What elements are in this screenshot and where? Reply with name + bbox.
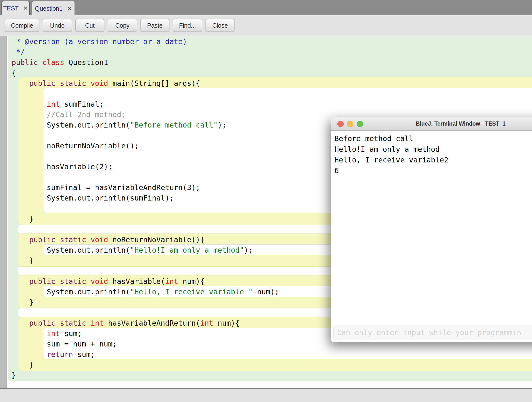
code-line (12, 130, 279, 141)
editor-toolbar: CompileUndoCutCopyPasteFind...Close (0, 15, 532, 36)
code-line: noReturnNoVariable(); (12, 141, 279, 151)
code-line: //Call 2nd method; (12, 109, 279, 120)
code-line: public static void hasVariable(int num){ (12, 276, 279, 287)
cut-button[interactable]: Cut (75, 19, 104, 32)
code-line (12, 307, 279, 318)
copy-button[interactable]: Copy (108, 19, 137, 32)
code-line (12, 151, 279, 161)
code-line: { (12, 68, 279, 78)
code-line: hasVariable(2); (12, 161, 279, 172)
code-line: public static void main(String[] args){ (12, 78, 279, 88)
code-line: * @version (a version number or a date) (12, 36, 279, 47)
code-line: System.out.println("Hello!I am only a me… (12, 245, 279, 255)
close-button[interactable]: Close (206, 19, 234, 32)
terminal-titlebar[interactable]: BlueJ: Terminal Window - TEST_1 (331, 117, 532, 131)
code-line: System.out.println(sumFinal); (12, 193, 279, 203)
tab-close-icon[interactable]: ✕ (67, 6, 72, 11)
code-line: int sumFinal; (12, 99, 279, 109)
code-line: } (12, 360, 279, 370)
code-line: int sum; (12, 328, 279, 339)
tab-close-icon[interactable]: ✕ (23, 5, 28, 11)
terminal-output-line: Hello, I receive variable2 (334, 155, 532, 165)
breakpoint-gutter (0, 36, 7, 388)
status-bar (0, 388, 532, 402)
code-line: } (12, 370, 279, 380)
terminal-output-line: Before method call (334, 133, 532, 144)
terminal-input[interactable]: Can only enter input while your programm… (333, 325, 532, 340)
minimize-light-icon[interactable] (347, 121, 353, 127)
compile-button[interactable]: Compile (5, 19, 39, 32)
undo-button[interactable]: Undo (43, 19, 72, 32)
code-line (12, 224, 279, 234)
find-button[interactable]: Find... (173, 19, 202, 32)
code-line (12, 203, 279, 214)
paste-button[interactable]: Paste (141, 19, 169, 32)
code-line: } (12, 297, 279, 307)
zoom-light-icon[interactable] (357, 121, 363, 127)
code-line: return sum; (12, 349, 279, 360)
code-line: System.out.println("Hello, I receive var… (12, 287, 279, 297)
code-line (12, 172, 279, 182)
code-line: } (12, 214, 279, 224)
terminal-output-line: 6 (334, 165, 532, 176)
bluej-editor-window: TEST✕Question1✕ CompileUndoCutCopyPasteF… (0, 0, 532, 402)
code-line: sum = num + num; (12, 339, 279, 349)
code-line: public static int hasVariableAndReturn(i… (12, 318, 279, 328)
code-line: */ (12, 47, 279, 57)
tab-test[interactable]: TEST✕ (1, 1, 30, 15)
code-line: System.out.println("Before method call")… (12, 120, 279, 130)
code-line: } (12, 255, 279, 266)
terminal-output-line: Hello!I am only a method (334, 144, 532, 155)
code-line (12, 266, 279, 276)
terminal-window: BlueJ: Terminal Window - TEST_1 Before m… (331, 117, 532, 342)
code-line: sumFinal = hasVariableAndReturn(3); (12, 182, 279, 193)
code-line (12, 88, 279, 99)
code-line: public class Question1 (12, 57, 279, 68)
tab-question1[interactable]: Question1✕ (32, 1, 75, 16)
terminal-output: Before method callHello!I am only a meth… (331, 131, 532, 322)
code-editor[interactable]: * @version (a version number or a date) … (12, 36, 279, 380)
code-line: public static void noReturnNoVariable(){ (12, 234, 279, 245)
tab-label: TEST (3, 5, 19, 12)
tab-bar: TEST✕Question1✕ (0, 0, 532, 15)
tab-label: Question1 (35, 5, 63, 12)
close-light-icon[interactable] (337, 121, 344, 127)
